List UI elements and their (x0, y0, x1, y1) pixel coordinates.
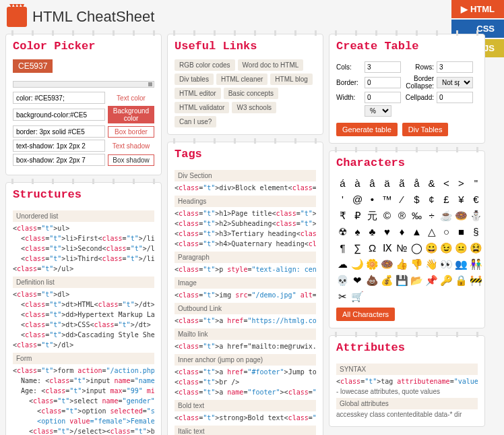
char-item[interactable]: 💾 (396, 273, 408, 287)
char-item[interactable]: § (470, 225, 482, 239)
link-item[interactable]: Div tables (175, 74, 214, 85)
char-item[interactable]: Ⅸ (381, 241, 393, 255)
char-item[interactable]: 😫 (470, 241, 482, 255)
link-item[interactable]: HTML validator (175, 102, 229, 113)
char-item[interactable]: £ (440, 192, 453, 206)
css-input[interactable] (13, 125, 105, 138)
char-item[interactable]: @ (351, 192, 364, 206)
css-input[interactable] (13, 140, 105, 152)
char-item[interactable]: ¢ (425, 192, 438, 206)
char-item[interactable]: ¥ (455, 192, 468, 206)
char-item[interactable]: ○ (440, 225, 453, 239)
link-item[interactable]: Word doc to HTML (238, 59, 304, 71)
generate-button[interactable]: Generate table (336, 123, 398, 136)
char-item[interactable]: 🌼 (366, 257, 379, 271)
char-item[interactable]: ♠ (351, 225, 364, 239)
link-item[interactable]: W3 schools (232, 102, 276, 113)
char-item[interactable]: ∑ (351, 241, 364, 255)
char-item[interactable]: ₽ (351, 208, 364, 223)
char-item[interactable]: ■ (455, 225, 468, 239)
char-item[interactable]: 👀 (440, 257, 453, 271)
char-item[interactable]: & (425, 176, 438, 190)
char-item[interactable]: ☁ (336, 257, 349, 271)
char-item[interactable]: 😉 (440, 241, 453, 255)
unit-select[interactable]: % (365, 105, 391, 117)
char-item[interactable]: 🔒 (455, 273, 468, 287)
link-item[interactable]: Basic concepts (224, 88, 278, 99)
char-item[interactable]: ☢ (336, 225, 349, 239)
char-item[interactable]: $ (410, 192, 423, 206)
divtables-button[interactable]: Div Tables (402, 123, 449, 136)
char-item[interactable]: ☕ (440, 208, 453, 223)
char-item[interactable]: ♦ (396, 225, 408, 239)
char-item[interactable]: 🌙 (351, 257, 364, 271)
cellpad-input[interactable] (437, 92, 473, 103)
char-item[interactable]: 🔑 (440, 273, 453, 287)
char-item[interactable]: 😐 (455, 241, 468, 255)
char-item[interactable]: ã (396, 176, 408, 190)
link-item[interactable]: HTML editor (175, 88, 221, 99)
tab-html[interactable]: ▶ HTML (451, 0, 504, 18)
char-item[interactable]: ◯ (410, 241, 423, 255)
cols-input[interactable] (365, 61, 401, 73)
char-item[interactable]: 👎 (410, 257, 423, 271)
char-item[interactable]: â (366, 176, 379, 190)
char-item[interactable]: < (440, 176, 453, 190)
link-item[interactable]: RGB color codes (175, 59, 235, 71)
char-item[interactable]: 💰 (381, 273, 393, 287)
char-item[interactable]: № (396, 241, 408, 255)
char-item[interactable]: ä (381, 176, 393, 190)
collapse-select[interactable]: Not specified (437, 77, 473, 88)
char-item[interactable]: 🛒 (351, 289, 364, 303)
char-item[interactable]: 😀 (425, 241, 438, 255)
char-item[interactable]: ÷ (425, 208, 438, 223)
char-item[interactable]: ♣ (366, 225, 379, 239)
char-item[interactable]: > (455, 176, 468, 190)
char-item[interactable]: ✂ (336, 289, 349, 303)
link-item[interactable]: HTML cleaner (216, 74, 267, 85)
char-item[interactable]: 🍩 (381, 257, 393, 271)
char-item[interactable]: 👋 (425, 257, 438, 271)
css-input[interactable] (13, 154, 105, 166)
char-item[interactable]: 元 (366, 208, 379, 223)
char-item[interactable]: 🍩 (455, 208, 468, 223)
char-item[interactable]: 🚧 (470, 273, 482, 287)
char-item[interactable]: ¶ (336, 241, 349, 255)
char-item[interactable]: ₹ (336, 208, 349, 223)
color-slider[interactable] (13, 81, 154, 88)
char-item[interactable]: 📂 (410, 273, 423, 287)
char-item[interactable]: Ω (366, 241, 379, 255)
char-item[interactable]: à (351, 176, 364, 190)
char-item[interactable]: 👍 (396, 257, 408, 271)
char-item[interactable]: © (381, 208, 393, 223)
char-item[interactable]: • (366, 192, 379, 206)
char-item[interactable]: ' (336, 192, 349, 206)
char-item[interactable]: á (336, 176, 349, 190)
char-item[interactable]: 👫 (470, 257, 482, 271)
char-item[interactable]: € (470, 192, 482, 206)
char-item[interactable]: 💩 (366, 273, 379, 287)
char-item[interactable]: ⛄ (470, 208, 482, 223)
char-item[interactable]: ™ (381, 192, 393, 206)
char-item[interactable]: △ (425, 225, 438, 239)
char-item[interactable]: 👥 (455, 257, 468, 271)
link-item[interactable]: HTML blog (270, 74, 313, 85)
char-item[interactable]: ‰ (410, 208, 423, 223)
char-item[interactable]: ♥ (381, 225, 393, 239)
char-item[interactable]: ❤ (351, 273, 364, 287)
page-title: HTML CheatSheet (32, 8, 154, 26)
all-chars-button[interactable]: All Characters (336, 308, 395, 321)
char-item[interactable]: ⁄ (396, 192, 408, 206)
width-input[interactable] (365, 92, 401, 103)
css-input[interactable] (13, 92, 105, 104)
char-item[interactable]: " (470, 176, 482, 190)
link-item[interactable]: Can I use? (175, 116, 216, 127)
char-item[interactable]: ▲ (410, 225, 423, 239)
char-item[interactable]: 💀 (336, 273, 349, 287)
char-item[interactable]: 📌 (425, 273, 438, 287)
char-item[interactable]: å (410, 176, 423, 190)
border-input[interactable] (365, 77, 401, 88)
rows-input[interactable] (437, 61, 473, 73)
char-item[interactable]: ® (396, 208, 408, 223)
css-input[interactable] (13, 109, 105, 121)
